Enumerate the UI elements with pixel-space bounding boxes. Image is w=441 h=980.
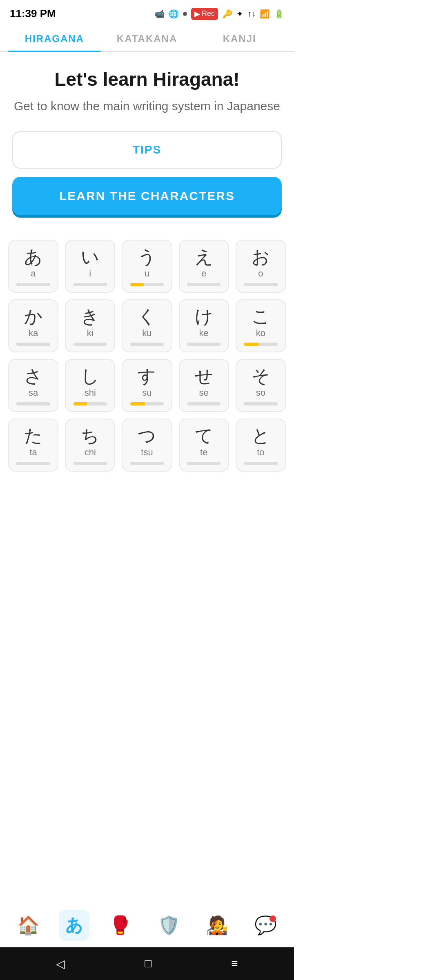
nav-practice[interactable]: 🥊: [102, 911, 138, 940]
char-progress-bar: [130, 402, 164, 405]
char-progress-bar: [74, 343, 107, 346]
char-progress-bar: [16, 402, 50, 405]
char-card-u[interactable]: うu: [122, 240, 172, 293]
nav-home[interactable]: 🏠: [11, 911, 46, 940]
main-content: Let's learn Hiragana! Get to know the ma…: [0, 52, 294, 240]
char-progress-bar: [187, 283, 221, 286]
char-romaji: i: [89, 268, 91, 279]
char-romaji: ta: [29, 447, 37, 458]
tab-katakana[interactable]: KATAKANA: [101, 24, 194, 51]
char-progress-bar: [130, 462, 164, 465]
char-kana: え: [195, 248, 213, 266]
status-time: 11:39 PM: [10, 7, 56, 20]
char-card-se[interactable]: せse: [179, 359, 229, 412]
char-romaji: ki: [87, 328, 94, 339]
char-progress-fill: [130, 283, 144, 286]
char-romaji: ka: [29, 328, 38, 339]
home-icon: 🏠: [17, 915, 40, 936]
page-subtitle: Get to know the main writing system in J…: [12, 98, 282, 115]
nav-shield[interactable]: 🛡️: [151, 911, 187, 940]
practice-icon: 🥊: [109, 915, 131, 936]
char-progress-bar: [16, 283, 50, 286]
char-romaji: a: [31, 268, 36, 279]
char-kana: き: [81, 307, 99, 325]
char-card-shi[interactable]: しshi: [65, 359, 115, 412]
char-card-sa[interactable]: さsa: [8, 359, 58, 412]
char-card-so[interactable]: そso: [236, 359, 286, 412]
char-kana: さ: [24, 367, 42, 385]
char-card-ki[interactable]: きki: [65, 299, 115, 352]
wifi-icon: 📶: [260, 9, 270, 19]
menu-button[interactable]: ≡: [227, 953, 242, 974]
shield-icon: 🛡️: [158, 915, 180, 936]
char-kana: こ: [252, 307, 270, 325]
char-romaji: sa: [29, 388, 38, 398]
nav-more[interactable]: 💬: [248, 911, 283, 940]
char-kana: た: [24, 427, 42, 445]
char-romaji: shi: [85, 388, 96, 398]
profile-icon: 🧑‍🎤: [206, 915, 228, 936]
bottom-nav: 🏠 あ 🥊 🛡️ 🧑‍🎤 💬: [0, 903, 294, 947]
char-progress-bar: [244, 343, 278, 346]
char-card-e[interactable]: えe: [179, 240, 229, 293]
char-kana: そ: [252, 367, 270, 385]
char-kana: し: [81, 367, 99, 385]
char-kana: ち: [81, 427, 99, 445]
back-button[interactable]: ◁: [52, 953, 69, 975]
bluetooth-icon: ✦: [236, 9, 243, 19]
tab-kanji[interactable]: KANJI: [193, 24, 286, 51]
char-progress-bar: [244, 462, 278, 465]
nav-characters[interactable]: あ: [59, 910, 89, 941]
char-kana: て: [195, 427, 213, 445]
more-icon-wrap: 💬: [254, 915, 277, 936]
dot-icon: [183, 12, 187, 16]
char-card-tsu[interactable]: つtsu: [122, 419, 172, 472]
system-nav: ◁ □ ≡: [0, 947, 294, 980]
nav-profile[interactable]: 🧑‍🎤: [199, 911, 235, 940]
char-card-to[interactable]: とto: [236, 419, 286, 472]
status-bar: 11:39 PM 📹 🌐 ▶Rec 🔑 ✦ ↑↓ 📶 🔋: [0, 0, 294, 24]
char-card-o[interactable]: おo: [236, 240, 286, 293]
character-grid: あaいiうuえeおoかkaきkiくkuけkeこkoさsaしshiすsuせseそs…: [0, 240, 294, 480]
char-kana: く: [138, 307, 156, 325]
notification-dot: [270, 915, 276, 922]
char-romaji: ko: [256, 328, 265, 339]
char-kana: す: [138, 367, 156, 385]
char-romaji: ku: [142, 328, 151, 339]
char-romaji: o: [258, 268, 263, 279]
char-card-ke[interactable]: けke: [179, 299, 229, 352]
char-progress-bar: [74, 283, 107, 286]
page-title: Let's learn Hiragana!: [12, 68, 282, 90]
characters-icon: あ: [65, 914, 83, 937]
char-kana: か: [24, 307, 42, 325]
home-button[interactable]: □: [140, 953, 156, 974]
signal-icon: ↑↓: [247, 9, 256, 18]
char-card-ku[interactable]: くku: [122, 299, 172, 352]
char-kana: け: [195, 307, 213, 325]
char-kana: つ: [138, 427, 156, 445]
char-romaji: se: [199, 388, 209, 398]
char-kana: い: [81, 248, 99, 266]
char-kana: お: [252, 248, 270, 266]
rec-icon: ▶Rec: [191, 8, 218, 20]
char-progress-fill: [130, 402, 145, 405]
char-romaji: so: [256, 388, 265, 398]
char-card-chi[interactable]: ちchi: [65, 419, 115, 472]
char-card-ka[interactable]: かka: [8, 299, 58, 352]
char-romaji: to: [257, 447, 264, 458]
char-progress-bar: [244, 402, 278, 405]
char-card-a[interactable]: あa: [8, 240, 58, 293]
tips-button[interactable]: TIPS: [12, 131, 282, 169]
char-romaji: chi: [85, 447, 96, 458]
battery-icon: 🔋: [274, 9, 284, 19]
char-card-i[interactable]: いi: [65, 240, 115, 293]
char-card-ta[interactable]: たta: [8, 419, 58, 472]
char-card-te[interactable]: てte: [179, 419, 229, 472]
char-card-ko[interactable]: こko: [236, 299, 286, 352]
char-romaji: u: [145, 268, 149, 279]
char-card-su[interactable]: すsu: [122, 359, 172, 412]
char-progress-fill: [74, 402, 88, 405]
char-romaji: tsu: [141, 447, 153, 458]
tab-hiragana[interactable]: HIRAGANA: [8, 24, 101, 51]
learn-button[interactable]: LEARN THE CHARACTERS: [12, 177, 282, 215]
